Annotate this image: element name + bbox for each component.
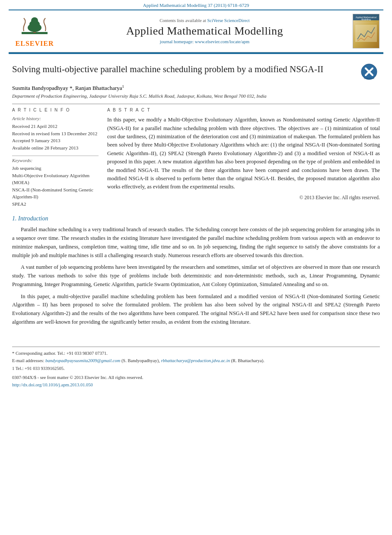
sciverse-line: Contents lists available at SciVerse Sci… [159,18,249,23]
footer-bottom: 0307-904X/$ - see front matter © 2013 El… [0,374,392,389]
main-content: Solving multi-objective parallel machine… [0,54,392,339]
article-title: Solving multi-objective parallel machine… [12,64,353,75]
history-accepted: Accepted 9 January 2013 [12,137,99,144]
history-revised: Received in revised form 13 December 201… [12,130,99,137]
svg-text:CrossMark: CrossMark [364,77,375,80]
sciverse-link[interactable]: SciVerse ScienceDirect [207,18,249,23]
copyright-line: © 2013 Elsevier Inc. All rights reserved… [107,195,380,200]
history-label: Article history: [12,116,99,121]
elsevier-logo-container: ELSEVIER [9,14,61,48]
email-note: E-mail addresses: bandyopadhyaysusmita20… [12,357,380,365]
email1: bandyopadhyaysusmita2009@gmail.com [45,358,120,363]
footnote1: 1 Tel.: +91 033 9339162505. [12,365,380,373]
journal-header: ELSEVIER Contents lists available at Sci… [9,10,383,52]
crossmark-icon: CrossMark [361,64,377,80]
elsevier-tree-icon [19,15,50,38]
keyword-4: SPEA2 [12,201,99,208]
elsevier-brand-text: ELSEVIER [16,40,54,48]
article-info-heading: A R T I C L E I N F O [12,108,99,112]
article-title-section: Solving multi-objective parallel machine… [12,64,380,80]
abstract-heading: A B S T R A C T [107,108,380,112]
keywords-label: Keywords: [12,156,99,163]
journal-header-center: Contents lists available at SciVerse Sci… [61,14,349,48]
affiliation: Department of Production Engineering, Ja… [12,93,380,99]
cover-art-icon: Applied Mathematical Modelling [353,14,379,48]
journal-cover-image: Applied Mathematical Modelling [353,14,379,48]
svg-point-4 [31,17,38,24]
authors-line: Susmita Bandyopadhyay *, Ranjan Bhattach… [12,84,380,92]
intro-section-title: 1. Introduction [12,215,380,222]
intro-paragraph-3: In this paper, a multi-objective paralle… [12,293,380,327]
journal-title: Applied Mathematical Modelling [126,25,283,38]
footer-doi: http://dx.doi.org/10.1016/j.apm.2013.01.… [12,382,380,389]
abstract-column: A B S T R A C T In this paper, we modify… [107,108,380,207]
journal-citation: Applied Mathematical Modelling 37 (2013)… [0,0,392,10]
elsevier-logo: ELSEVIER [16,15,54,48]
keyword-2: Multi-Objective Evolutionary Algorithm (… [12,172,99,186]
keyword-1: Job sequencing [12,165,99,172]
intro-paragraph-1: Parallel machine scheduling is a very tr… [12,226,380,260]
star-note: * Corresponding author. Tel.: +91 033 98… [12,350,380,357]
svg-text:Modelling: Modelling [361,18,371,21]
email2: rbhattacharya@production.jdvu.ac.in [161,358,229,363]
info-abstract-section: A R T I C L E I N F O Article history: R… [12,104,380,207]
history-online: Available online 28 February 2013 [12,144,99,152]
doi-link[interactable]: http://dx.doi.org/10.1016/j.apm.2013.01.… [12,382,93,387]
crossmark-logo: CrossMark [358,64,380,80]
footer-divider [12,347,380,347]
keyword-3: NSCA-II (Non-dominated Sorting Genetic A… [12,186,99,201]
intro-paragraph-2: A vast number of job sequencing problems… [12,263,380,289]
footer-license: 0307-904X/$ - see front matter © 2013 El… [12,374,380,382]
history-received: Received 21 April 2012 [12,123,99,130]
journal-homepage: journal homepage: www.elsevier.com/locat… [160,39,250,44]
footer-notes: * Corresponding author. Tel.: +91 033 98… [0,350,392,373]
keywords-section: Keywords: Job sequencing Multi-Objective… [12,156,99,207]
article-info-column: A R T I C L E I N F O Article history: R… [12,108,99,207]
abstract-text: In this paper, we modify a Multi-Objecti… [107,116,380,191]
journal-cover: Applied Mathematical Modelling [349,14,383,48]
